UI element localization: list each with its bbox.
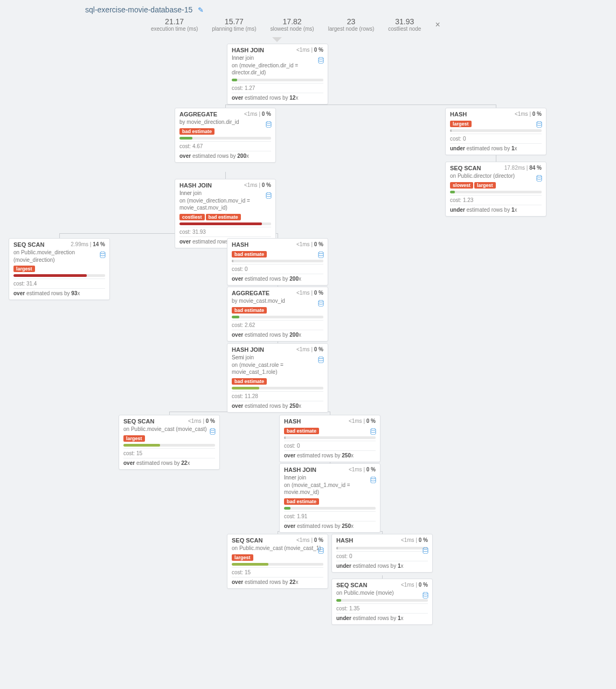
- tag-bad estimate: bad estimate: [232, 307, 267, 314]
- row-estimate: over estimated rows by 200x: [179, 151, 271, 159]
- plan-node-n7[interactable]: HASH<1ms | 0 %bad estimatecost: 0over es…: [227, 238, 328, 286]
- node-op: HASH JOIN: [232, 47, 264, 53]
- cost-value: cost: 15: [232, 567, 323, 575]
- database-icon[interactable]: [318, 357, 324, 365]
- row-estimate: over estimated rows by 250x: [284, 521, 376, 529]
- cost-value: cost: 4.67: [179, 141, 271, 149]
- cost-bar: [232, 79, 323, 81]
- cost-bar: [232, 316, 323, 318]
- node-op: HASH: [336, 537, 353, 544]
- node-tags: bad estimate: [284, 498, 376, 505]
- cost-bar: [123, 444, 215, 447]
- node-time: <1ms | 0 %: [349, 418, 376, 424]
- join-condition: on (movie_direction.dir_id = director.di…: [232, 62, 323, 76]
- stat-cost: 31.93costliest node: [388, 17, 421, 32]
- cost-bar: [284, 436, 376, 439]
- node-tags: bad estimate: [232, 307, 323, 314]
- node-tags: largest: [13, 265, 105, 272]
- svg-point-14: [423, 592, 428, 594]
- node-op: SEQ SCAN: [232, 537, 262, 544]
- plan-node-n6[interactable]: SEQ SCAN2.99ms | 14 %on Public.movie_dir…: [9, 238, 110, 300]
- join-condition: on (movie_direction.mov_id = movie_cast.…: [179, 197, 271, 212]
- database-icon[interactable]: [318, 57, 324, 65]
- tag-bad estimate: bad estimate: [232, 251, 267, 257]
- plan-node-n8[interactable]: AGGREGATE<1ms | 0 %by movie_cast.mov_idb…: [227, 287, 328, 342]
- plan-node-n12[interactable]: HASH JOIN<1ms | 0 %Inner joinon (movie_c…: [279, 463, 380, 533]
- tag-largest: largest: [232, 554, 253, 561]
- tag-bad estimate: bad estimate: [232, 378, 267, 385]
- database-icon[interactable]: [423, 592, 428, 600]
- scan-target: on Public.movie_cast (movie_cast_1): [232, 545, 323, 552]
- svg-point-9: [210, 428, 215, 430]
- tag-bad estimate: bad estimate: [284, 498, 319, 505]
- plan-node-n9[interactable]: HASH JOIN<1ms | 0 %Semi joinon (movie_ca…: [227, 343, 328, 413]
- join-type: Inner join: [232, 54, 323, 62]
- connector: [225, 172, 226, 179]
- node-tags: bad estimate: [232, 250, 323, 257]
- cost-bar: [232, 563, 323, 566]
- root-arrow-icon: [272, 37, 282, 42]
- node-tags: bad estimate: [284, 427, 376, 434]
- tag-bad estimate: bad estimate: [206, 214, 241, 220]
- join-type: Inner join: [284, 474, 376, 482]
- cost-value: cost: 1.91: [284, 511, 376, 519]
- node-time: <1ms | 0 %: [244, 182, 271, 188]
- cost-bar: [450, 129, 542, 132]
- node-time: <1ms | 0 %: [349, 467, 376, 472]
- database-icon[interactable]: [318, 252, 324, 260]
- edit-icon[interactable]: ✎: [198, 6, 204, 14]
- database-icon[interactable]: [318, 300, 324, 308]
- plan-node-n11[interactable]: HASH<1ms | 0 %bad estimatecost: 0over es…: [279, 415, 380, 462]
- database-icon[interactable]: [423, 547, 428, 555]
- plan-node-n4[interactable]: SEQ SCAN17.82ms | 84 %on Public.director…: [445, 162, 546, 217]
- join-type: Semi join: [232, 354, 323, 361]
- row-estimate: over estimated rows by 250x: [232, 401, 323, 409]
- node-time: <1ms | 0 %: [244, 111, 271, 117]
- svg-point-0: [319, 57, 323, 59]
- database-icon[interactable]: [370, 428, 376, 436]
- plan-node-n15[interactable]: SEQ SCAN<1ms | 0 %on Public.movie (movie…: [331, 579, 433, 625]
- database-icon[interactable]: [370, 477, 376, 485]
- cost-bar: [232, 387, 323, 389]
- row-estimate: under estimated rows by 1x: [336, 613, 428, 621]
- database-icon[interactable]: [210, 428, 216, 436]
- scan-target: on Public.movie_cast (movie_cast): [123, 426, 215, 433]
- plan-node-n10[interactable]: SEQ SCAN<1ms | 0 %on Public.movie_cast (…: [119, 415, 220, 470]
- row-estimate: under estimated rows by 1x: [336, 561, 428, 569]
- database-icon[interactable]: [100, 252, 106, 260]
- cost-value: cost: 2.62: [232, 320, 323, 328]
- node-op: HASH: [232, 241, 248, 248]
- node-time: <1ms | 0 %: [401, 537, 428, 543]
- database-icon[interactable]: [266, 192, 272, 200]
- close-icon[interactable]: ×: [435, 20, 440, 30]
- scan-target: on Public.movie (movie): [336, 589, 428, 597]
- cost-bar: [336, 599, 428, 602]
- stat-exec: 21.17execution time (ms): [151, 17, 198, 32]
- plan-node-n14[interactable]: HASH<1ms | 0 %cost: 0under estimated row…: [331, 534, 433, 573]
- database-icon[interactable]: [536, 175, 542, 183]
- svg-point-2: [537, 121, 542, 123]
- cost-value: cost: 0: [284, 441, 376, 449]
- cost-value: cost: 31.93: [179, 227, 271, 235]
- plan-node-n13[interactable]: SEQ SCAN<1ms | 0 %on Public.movie_cast (…: [227, 534, 328, 589]
- node-time: 17.82ms | 84 %: [504, 165, 542, 171]
- cost-bar: [232, 260, 323, 262]
- row-estimate: over estimated rows by 22x: [232, 577, 323, 585]
- stat-plan: 15.77planning time (ms): [212, 17, 256, 32]
- plan-node-n1[interactable]: HASH JOIN<1ms | 0 %Inner joinon (movie_d…: [227, 44, 328, 105]
- row-estimate: over estimated rows by 200x: [232, 330, 323, 338]
- plan-node-n2[interactable]: AGGREGATE<1ms | 0 %by movie_direction.di…: [175, 108, 276, 163]
- plan-stats: 21.17execution time (ms) 15.77planning t…: [151, 17, 440, 32]
- database-icon[interactable]: [266, 121, 272, 129]
- database-icon[interactable]: [536, 121, 542, 129]
- node-tags: largest: [123, 435, 215, 442]
- group-by: by movie_cast.mov_id: [232, 297, 323, 305]
- node-time: <1ms | 0 %: [296, 290, 323, 296]
- cost-bar: [13, 274, 105, 277]
- svg-point-3: [537, 175, 542, 177]
- plan-node-n3[interactable]: HASH<1ms | 0 %largestcost: 0under estima…: [445, 108, 546, 155]
- database-icon[interactable]: [318, 547, 324, 555]
- cost-bar: [179, 137, 271, 140]
- cost-value: cost: 1.35: [336, 603, 428, 611]
- node-time: 2.99ms | 14 %: [71, 241, 105, 247]
